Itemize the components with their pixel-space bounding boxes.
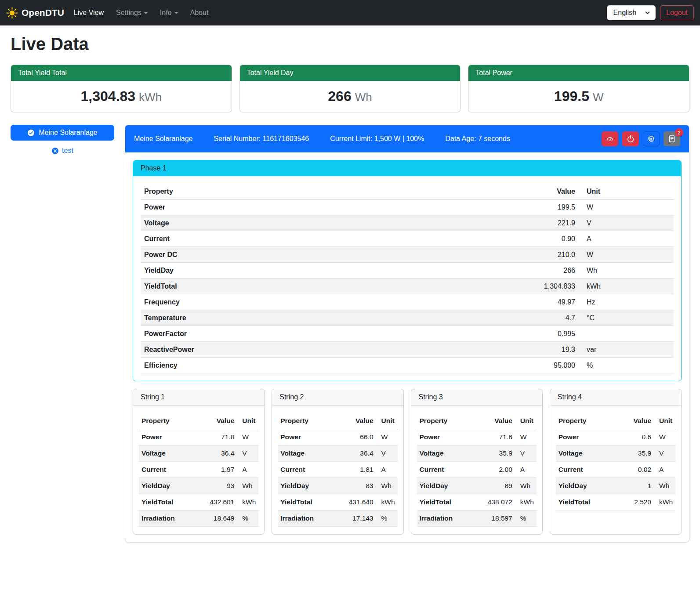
inverter-action-buttons: 2 (602, 131, 680, 146)
event-log-button[interactable]: 2 (664, 131, 680, 146)
table-row: YieldTotal 431.640 kWh (278, 494, 397, 510)
summary-cards-row: Total Yield Total 1,304.83kWh Total Yiel… (11, 65, 689, 112)
value-cell: 36.4 (205, 445, 237, 462)
unit-cell: W (376, 429, 398, 445)
property-cell: Current (417, 462, 483, 478)
inverter-select-label: Meine Solaranlage (39, 129, 97, 137)
unit-cell: W (654, 429, 675, 445)
unit-cell: A (654, 462, 675, 478)
table-row: Current 0.02 A (556, 462, 675, 478)
sidebar-item-test-label: test (62, 147, 73, 155)
unit-cell: Wh (376, 478, 398, 494)
property-cell: YieldDay (556, 478, 622, 494)
value-cell: 4.7 (522, 310, 579, 326)
table-row: Current 2.00 A (417, 462, 537, 478)
nav-item-live-view[interactable]: Live View (74, 9, 104, 17)
value-cell: 210.0 (522, 247, 579, 263)
unit-cell: Hz (579, 294, 674, 310)
unit-cell: % (237, 510, 258, 527)
table-row: YieldTotal 1,304.833 kWh (141, 279, 674, 294)
column-header-unit: Unit (376, 413, 398, 429)
column-header-value: Value (522, 184, 579, 199)
table-row: Current 1.97 A (139, 462, 258, 478)
table-row: YieldDay 266 Wh (141, 263, 674, 279)
total-yield-day-value: 266 (328, 88, 351, 104)
string-3-card: String 3 Property Value Unit (411, 389, 543, 535)
device-settings-button[interactable] (643, 131, 660, 146)
navbar-right: English Logout (607, 5, 694, 20)
string-2-table: Property Value Unit (278, 413, 397, 527)
value-cell: 2.520 (622, 494, 654, 510)
table-row: YieldTotal 2.520 kWh (556, 494, 675, 510)
string-4-table: Property Value Unit (556, 413, 675, 510)
value-cell: 19.3 (522, 342, 579, 358)
table-row: YieldDay 89 Wh (417, 478, 537, 494)
value-cell: 199.5 (522, 199, 579, 215)
column-header-unit: Unit (579, 184, 674, 199)
value-cell: 71.8 (205, 429, 237, 445)
property-cell: Current (139, 462, 205, 478)
value-cell: 1.97 (205, 462, 237, 478)
property-cell: Current (141, 231, 522, 247)
value-cell: 95.000 (522, 358, 579, 373)
table-row: Power 71.8 W (139, 429, 258, 445)
nav-item-info[interactable]: Info (160, 9, 178, 17)
column-header-unit: Unit (654, 413, 675, 429)
unit-cell: W (579, 199, 674, 215)
journal-list-icon (668, 135, 676, 143)
value-cell: 0.995 (522, 326, 579, 342)
power-button[interactable] (622, 131, 639, 146)
value-cell: 36.4 (345, 445, 376, 462)
unit-cell: W (237, 429, 258, 445)
unit-cell: kWh (654, 494, 675, 510)
logout-button[interactable]: Logout (660, 5, 694, 20)
property-cell: Irradiation (417, 510, 483, 527)
value-cell: 1 (622, 478, 654, 494)
unit-cell: % (579, 358, 674, 373)
page-root: OpenDTU Live View Settings Info About En… (0, 0, 700, 597)
property-cell: ReactivePower (141, 342, 522, 358)
column-header-unit: Unit (237, 413, 258, 429)
string-2-card: String 2 Property Value Unit (272, 389, 403, 535)
nav-item-settings-label: Settings (116, 9, 141, 17)
total-yield-total-unit: kWh (139, 90, 162, 104)
string-3-title: String 3 (411, 389, 542, 405)
value-cell: 17.143 (345, 510, 376, 527)
phase-1-card: Phase 1 Property Value Unit (133, 160, 682, 381)
column-header-value: Value (483, 413, 515, 429)
column-header-property: Property (139, 413, 205, 429)
chevron-down-icon (174, 12, 178, 14)
table-row: Efficiency 95.000 % (141, 358, 674, 373)
column-header-property: Property (141, 184, 522, 199)
sidebar-item-test[interactable]: test (11, 147, 114, 155)
nav-item-info-label: Info (160, 9, 172, 17)
value-cell: 49.97 (522, 294, 579, 310)
inverter-card: Meine Solaranlage Serial Number: 1161716… (125, 125, 689, 543)
property-cell: YieldTotal (139, 494, 205, 510)
value-cell: 0.90 (522, 231, 579, 247)
column-header-unit: Unit (515, 413, 537, 429)
property-cell: YieldDay (139, 478, 205, 494)
unit-cell: V (237, 445, 258, 462)
table-row: YieldTotal 438.072 kWh (417, 494, 537, 510)
table-row: Voltage 36.4 V (278, 445, 397, 462)
table-row: Power 0.6 W (556, 429, 675, 445)
brand-text: OpenDTU (22, 7, 64, 18)
inverter-data-age: Data Age: 7 seconds (445, 135, 510, 143)
nav-item-settings[interactable]: Settings (116, 9, 148, 17)
table-row: Irradiation 18.649 % (139, 510, 258, 527)
language-select[interactable]: English (607, 5, 656, 20)
unit-cell: kWh (515, 494, 537, 510)
nav-item-about[interactable]: About (190, 9, 209, 17)
unit-cell: kWh (376, 494, 398, 510)
property-cell: YieldTotal (417, 494, 483, 510)
table-row: PowerFactor 0.995 (141, 326, 674, 342)
property-cell: Efficiency (141, 358, 522, 373)
limit-settings-button[interactable] (602, 131, 618, 146)
column-header-value: Value (622, 413, 654, 429)
inverter-select-button[interactable]: Meine Solaranlage (11, 125, 114, 141)
property-cell: YieldDay (141, 263, 522, 279)
value-cell: 83 (345, 478, 376, 494)
page-title: Live Data (11, 34, 689, 54)
brand-logo[interactable]: OpenDTU (6, 7, 64, 19)
